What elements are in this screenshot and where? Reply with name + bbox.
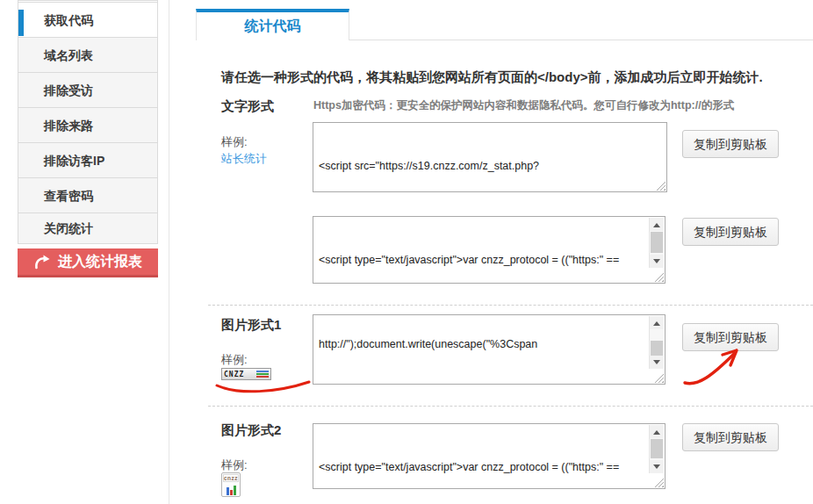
scroll-up-button[interactable] [650, 316, 664, 329]
arrow-down-icon [653, 259, 660, 267]
code-content: <script type="text/javascript">var cnzz_… [313, 217, 665, 284]
sidebar-item-get-code[interactable]: 获取代码 [18, 3, 157, 38]
text-form-title: 文字形式 [221, 98, 274, 115]
tab-bottom-border [349, 40, 813, 40]
active-indicator-bar [18, 10, 24, 36]
arrow-down-icon [653, 464, 660, 472]
pic-form2-title: 图片形式2 [221, 422, 281, 439]
section-separator [208, 305, 813, 306]
scrollbar-thumb[interactable] [651, 232, 663, 253]
webmaster-stats-link[interactable]: 站长统计 [221, 151, 267, 167]
copy-button-pic-form2[interactable]: 复制到剪贴板 [682, 423, 779, 451]
sidebar-item-close-stats[interactable]: 关闭统计 [18, 213, 157, 243]
sidebar-item-view-password[interactable]: 查看密码 [18, 178, 157, 213]
page: 获取代码 域名列表 排除受访 排除来路 排除访客IP 查看密码 关闭统计 进入统… [0, 0, 813, 504]
scroll-down-button[interactable] [650, 460, 664, 473]
vertical-scrollbar[interactable] [649, 316, 664, 369]
curved-arrow-icon [33, 254, 51, 270]
sidebar-item-label: 关闭统计 [44, 221, 93, 235]
sidebar-item-exclude-visited[interactable]: 排除受访 [18, 73, 157, 108]
copy-button-pic-form1[interactable]: 复制到剪贴板 [682, 323, 779, 351]
content-left-border [169, 0, 169, 504]
resize-grip[interactable] [654, 272, 664, 282]
sample-label-2: 样例: [221, 352, 248, 368]
cnzz-badge-horizontal: CNZZ [221, 368, 271, 380]
cnzz-badge-text: CNZZ [224, 371, 256, 378]
code-textarea-pic-form2[interactable]: <script type="text/javascript">var cnzz_… [313, 423, 666, 489]
sidebar-item-label: 获取代码 [44, 13, 93, 27]
intro-text: 请任选一种形式的代码，将其粘贴到您网站所有页面的</body>前，添加成功后立即… [221, 69, 763, 86]
arrow-up-icon [653, 318, 660, 326]
resize-grip[interactable] [656, 181, 666, 191]
sidebar-item-label: 排除受访 [44, 83, 93, 97]
sample-label-1: 样例: [221, 134, 248, 150]
scrollbar-thumb[interactable] [651, 439, 663, 458]
red-underline-annotation [214, 379, 313, 399]
code-textarea-text-form[interactable]: <script src="https://s19.cnzz.com/z_stat… [313, 122, 667, 192]
sidebar-item-label: 域名列表 [44, 48, 93, 62]
badge-bars-icon [256, 371, 269, 378]
tab-stat-code[interactable]: 统计代码 [196, 9, 349, 40]
https-note: Https加密代码：更安全的保护网站内容和数据隐私代码。您可自行修改为http:… [313, 98, 734, 113]
enter-report-label: 进入统计报表 [58, 253, 142, 271]
resize-grip[interactable] [654, 478, 664, 487]
sidebar-item-domain-list[interactable]: 域名列表 [18, 38, 157, 73]
section-separator [208, 406, 813, 407]
arrow-up-icon [653, 427, 660, 435]
resize-grip[interactable] [654, 373, 664, 383]
code-textarea-pic-form1[interactable]: http://");document.write(unescape("%3Csp… [313, 314, 666, 385]
enter-report-button[interactable]: 进入统计报表 [18, 248, 158, 277]
code-content: http://");document.write(unescape("%3Csp… [313, 315, 665, 385]
sidebar-item-exclude-referrer[interactable]: 排除来路 [18, 108, 157, 143]
code-textarea-js-form[interactable]: <script type="text/javascript">var cnzz_… [313, 216, 666, 284]
code-content: <script src="https://s19.cnzz.com/z_stat… [313, 123, 666, 192]
copy-button-js-form[interactable]: 复制到剪贴板 [682, 218, 779, 246]
scroll-down-button[interactable] [650, 356, 664, 369]
sample-label-3: 样例: [221, 457, 248, 473]
vertical-scrollbar[interactable] [649, 218, 664, 268]
badge-bar-chart-icon [222, 484, 240, 495]
scroll-up-button[interactable] [650, 425, 664, 438]
cnzz-badge-vertical: cnzz [221, 472, 241, 497]
pic-form1-title: 图片形式1 [221, 317, 281, 334]
code-content: <script type="text/javascript">var cnzz_… [313, 424, 665, 489]
sidebar-item-exclude-visitor-ip[interactable]: 排除访客IP [18, 143, 157, 178]
tab-label: 统计代码 [245, 18, 301, 33]
arrow-down-icon [653, 360, 660, 368]
sidebar-item-label: 查看密码 [44, 189, 93, 203]
scroll-down-button[interactable] [650, 255, 664, 268]
sidebar-item-label: 排除来路 [44, 119, 93, 133]
scroll-up-button[interactable] [650, 218, 664, 231]
sidebar: 获取代码 域名列表 排除受访 排除来路 排除访客IP 查看密码 关闭统计 [18, 0, 158, 244]
copy-button-text-form[interactable]: 复制到剪贴板 [682, 130, 779, 158]
sidebar-item-label: 排除访客IP [44, 154, 104, 168]
vertical-scrollbar[interactable] [649, 425, 664, 473]
cnzz-badge-text: cnzz [223, 474, 239, 482]
arrow-up-icon [653, 220, 660, 227]
